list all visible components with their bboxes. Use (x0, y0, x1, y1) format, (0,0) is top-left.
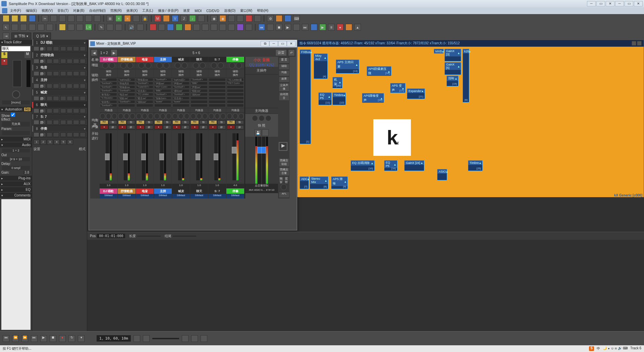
trans-click-icon[interactable] (182, 335, 189, 342)
channel-fader[interactable] (106, 133, 109, 180)
rec-arm-button[interactable]: ● (172, 125, 181, 129)
insert-slot[interactable]: "FET Com> (227, 82, 244, 85)
solo-button[interactable]: 独 (127, 120, 135, 124)
toolbar-autofade-icon[interactable]: ✕ (124, 15, 131, 22)
volume-fader[interactable] (13, 60, 21, 87)
solo-button[interactable]: 独 (163, 120, 171, 124)
kx-node[interactable]: FXBus▴[1] (300, 49, 311, 144)
menu-object[interactable]: 对象(B) (71, 8, 86, 14)
channel-name[interactable]: DJ 唱歌 (100, 57, 117, 62)
kx-node[interactable]: APS 主持闪避▴[13] (336, 59, 359, 74)
midi-section[interactable]: ▸ MIDI (0, 137, 32, 142)
side-solo[interactable]: 独奏 (279, 176, 284, 182)
trans-sync-icon[interactable] (201, 335, 207, 342)
toolbar-calc-icon[interactable] (284, 15, 291, 22)
track-mon-button[interactable]: 静 (40, 96, 46, 101)
mute-button[interactable]: 静 (235, 125, 244, 129)
rec-arm-button[interactable]: ● (209, 125, 217, 129)
kx-node-title[interactable]: FXBus▴ (300, 50, 311, 54)
track-mon-button[interactable]: 静 (40, 59, 46, 63)
insert-slot[interactable]: "声萌sw" (154, 82, 171, 85)
insert-slot[interactable] (227, 89, 244, 92)
tool-brush-icon[interactable] (107, 24, 113, 31)
channel-name[interactable]: 抒情歌曲 (118, 57, 136, 62)
channel-name[interactable]: 喊麦 (172, 57, 190, 62)
track-vol-button[interactable] (60, 108, 66, 113)
transport-play-icon[interactable]: ▶ (284, 24, 291, 31)
gain-knob[interactable] (102, 62, 108, 69)
tlf-6[interactable]: 6 (67, 139, 73, 145)
rec-arm-button[interactable]: ● (191, 125, 199, 129)
transport-ff-icon[interactable] (293, 24, 300, 31)
menu-help[interactable]: 帮助(H) (255, 8, 270, 14)
track-expand-icon[interactable]: ▾ (84, 78, 86, 82)
transport-stop-icon[interactable]: ⏹ (276, 24, 282, 31)
solo-button[interactable]: 独 (235, 120, 244, 124)
toolbar-gear-icon[interactable]: ⚙ (267, 15, 274, 22)
transport-rew-icon[interactable] (267, 24, 274, 31)
effect-8-icon[interactable] (211, 24, 217, 31)
kx-node-arrow-icon[interactable]: ▴ (339, 80, 341, 84)
track-vol-button[interactable] (60, 46, 66, 51)
toolbar-wave-icon[interactable] (198, 15, 205, 22)
track-pan-button[interactable] (67, 120, 72, 125)
eq-knob[interactable] (191, 113, 196, 119)
toolbar-split-icon[interactable] (68, 15, 74, 22)
menu-edit[interactable]: 编辑(E) (24, 8, 39, 14)
track-rd-button[interactable] (73, 120, 79, 125)
track-header[interactable]: 5 喊麦 ▾ (32, 89, 87, 95)
track-fx-button[interactable] (80, 84, 86, 88)
insert-slot[interactable]: "SonitusF> (100, 82, 117, 85)
mixer-close-icon[interactable]: ✕ (287, 41, 296, 46)
rd-button[interactable]: Rd (136, 120, 145, 124)
insert-slot[interactable] (191, 96, 208, 100)
track-row[interactable]: 5 喊麦 ▾ 静 (32, 89, 87, 102)
kx-node[interactable]: 混响▴[15] (446, 76, 459, 86)
track-expand-icon[interactable]: ▾ (84, 53, 86, 57)
kx-node-arrow-icon[interactable]: ▴ (455, 77, 457, 80)
kx-node-arrow-icon[interactable]: ▴ (458, 64, 460, 68)
side-fx[interactable]: 效果 (279, 77, 289, 83)
rd-button[interactable]: Rd (191, 120, 199, 124)
toolbar-grid-icon[interactable]: ⊞ (107, 15, 113, 22)
track-solo-button[interactable] (47, 46, 52, 51)
side-monitor[interactable]: 监听 (284, 176, 289, 182)
effect-5-icon[interactable] (184, 24, 191, 31)
toolbar-note-icon[interactable]: ♪ (189, 15, 196, 22)
menu-range[interactable]: 范围(R) (108, 8, 124, 14)
automation-section[interactable]: ▾ Automation Rd (0, 107, 32, 112)
tool-pen-icon[interactable]: ✎ (98, 24, 105, 31)
track-rec-button[interactable] (34, 59, 39, 63)
kx-node-arrow-icon[interactable]: ▴ (308, 177, 309, 181)
toolbar-duplicate-icon[interactable] (254, 15, 261, 22)
track-header[interactable]: 7 S: 7 ▾ (32, 114, 87, 119)
track-vol-button[interactable] (60, 59, 66, 63)
kx-node[interactable]: APS防爆麦压限▴[14] (367, 66, 391, 76)
insert-slot[interactable]: "BBE" (100, 78, 117, 81)
kx-node-arrow-icon[interactable]: ▴ (458, 51, 460, 55)
gain-knob[interactable] (175, 62, 181, 69)
insert-slot[interactable]: "声萌sw" (191, 85, 208, 89)
channel-output[interactable]: StMast (154, 194, 172, 199)
track-vol-button[interactable] (60, 120, 66, 125)
kx-node[interactable]: 机架▴[20] (332, 77, 342, 88)
track-expand-icon[interactable]: ▾ (84, 127, 86, 131)
channel-output[interactable]: StMast (100, 194, 117, 199)
master-fader-r[interactable] (262, 137, 265, 184)
tool-speaker-icon[interactable]: 🔊 (128, 24, 135, 31)
solo-button[interactable]: 独 (199, 120, 208, 124)
insert-slot[interactable] (191, 100, 208, 103)
toolbar-cd2-icon[interactable]: ◉ (219, 15, 226, 22)
track-rec-button[interactable] (34, 46, 39, 51)
insert-slot[interactable]: "SonitusF> (100, 104, 117, 107)
insert-slot[interactable] (154, 104, 171, 107)
channel-name[interactable]: 电音 (136, 57, 154, 62)
input-knob[interactable] (109, 62, 115, 69)
insert-slot[interactable]: "混响sw" (191, 93, 208, 96)
channel-output[interactable]: StMast (208, 194, 226, 199)
channel-name-bottom[interactable]: 抒情歌曲 (118, 188, 136, 194)
kx-node[interactable]: EQ P5▴[11] (318, 92, 332, 105)
kx-node-title[interactable]: APS 主持闪避▴ (336, 60, 359, 69)
insert-slot[interactable] (227, 93, 244, 96)
channel-output[interactable]: StMast (172, 194, 190, 199)
